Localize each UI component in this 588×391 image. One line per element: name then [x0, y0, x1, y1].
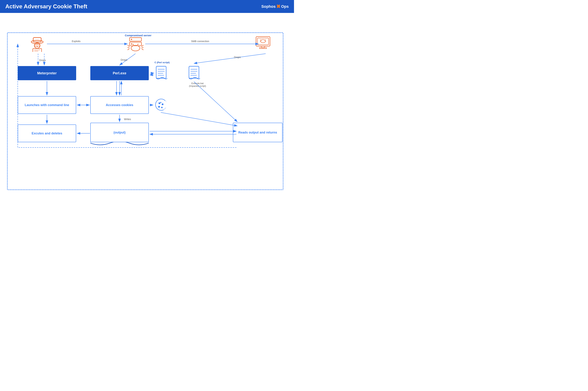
- header: Active Adversary Cookie Theft Sophos ✖ O…: [0, 0, 294, 13]
- infected-computer-icon: [255, 36, 271, 52]
- svg-rect-38: [189, 66, 199, 78]
- svg-line-18: [141, 49, 143, 50]
- svg-point-47: [161, 107, 163, 108]
- svg-point-46: [158, 106, 160, 108]
- execute-bat-label: Execute.bat(Impacket script): [186, 82, 209, 87]
- svg-rect-25: [258, 38, 269, 45]
- launches-box: Launches with command line: [18, 96, 76, 114]
- svg-line-13: [127, 45, 129, 47]
- reads-output-box: Reads output and returns: [233, 123, 283, 142]
- svg-point-48: [160, 102, 161, 103]
- c-perl-script-icon: [155, 64, 167, 80]
- svg-rect-33: [156, 66, 166, 78]
- executes-deletes-box: Excutes and deletes: [18, 124, 76, 142]
- c-perl-label: C (Perl script): [152, 61, 172, 64]
- svg-point-19: [131, 45, 140, 51]
- svg-rect-1: [33, 38, 41, 42]
- svg-rect-3: [34, 44, 40, 46]
- hacker-icon: [29, 36, 45, 52]
- ops-text: Ops: [281, 4, 289, 9]
- output-wave: [90, 142, 149, 148]
- output-box: (output): [90, 123, 149, 142]
- compromised-server-icon: [127, 36, 143, 52]
- svg-point-10: [131, 39, 132, 40]
- execute-bat-icon: [188, 64, 200, 80]
- svg-point-45: [162, 103, 164, 105]
- svg-point-12: [131, 43, 132, 45]
- svg-rect-27: [260, 48, 267, 49]
- cookie-icon: [154, 98, 168, 112]
- sophos-x-icon: ✖: [276, 3, 280, 9]
- svg-point-4: [37, 46, 38, 47]
- perlexe-box: Perl.exe: [90, 66, 149, 80]
- sophos-text: Sophos: [261, 4, 276, 9]
- svg-rect-5: [33, 49, 42, 52]
- page-title: Active Adversary Cookie Theft: [5, 3, 87, 10]
- svg-point-23: [138, 44, 138, 45]
- svg-point-28: [261, 40, 266, 43]
- meterpreter-box: Meterpreter: [18, 66, 76, 80]
- accesses-cookies-box: Accesses cookies: [90, 96, 149, 114]
- svg-line-15: [127, 49, 129, 50]
- svg-point-21: [132, 44, 133, 45]
- sophos-logo: Sophos ✖ Ops: [261, 3, 289, 9]
- svg-point-44: [159, 102, 160, 104]
- diagram-area: Compromised server: [0, 13, 294, 194]
- svg-line-16: [141, 45, 143, 47]
